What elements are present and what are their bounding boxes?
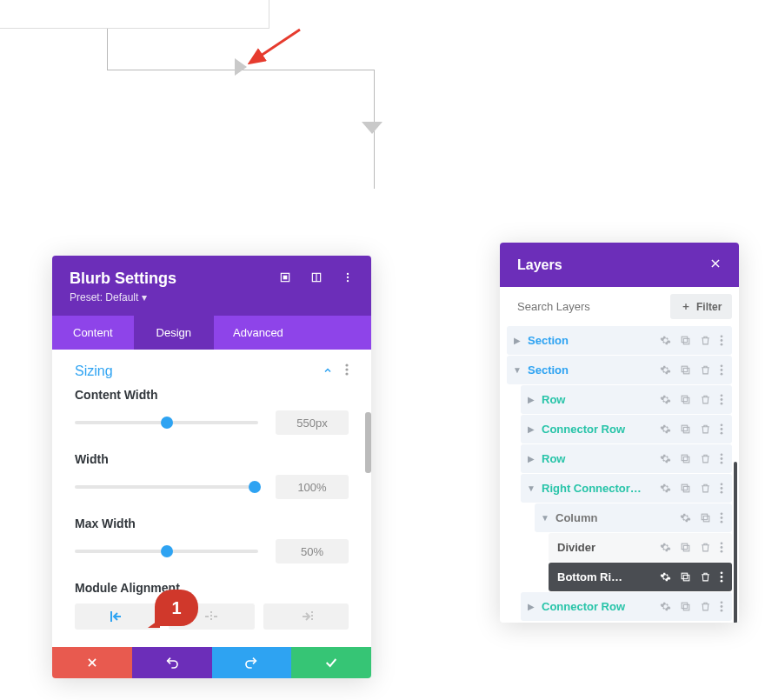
content-width-slider[interactable]	[75, 421, 258, 424]
max-width-slider[interactable]	[75, 550, 258, 553]
layer-row-mod[interactable]: Bottom Ri…	[549, 563, 732, 591]
layer-row-row[interactable]: ▶Row	[521, 385, 732, 414]
width-value[interactable]	[276, 475, 349, 499]
duplicate-icon[interactable]	[700, 512, 711, 523]
more-icon[interactable]	[720, 542, 723, 553]
layer-row-mod[interactable]: Divider	[549, 533, 732, 562]
gear-icon[interactable]	[660, 601, 671, 612]
scrollbar[interactable]	[734, 462, 737, 623]
annotation-badge-1: 1	[155, 590, 198, 626]
expand-icon[interactable]	[279, 271, 291, 287]
search-input[interactable]	[517, 300, 663, 313]
duplicate-icon[interactable]	[680, 483, 691, 494]
trash-icon[interactable]	[700, 364, 711, 376]
trash-icon[interactable]	[700, 453, 711, 464]
trash-icon[interactable]	[700, 483, 711, 494]
svg-point-20	[721, 335, 723, 337]
more-icon[interactable]	[720, 571, 723, 583]
trash-icon[interactable]	[700, 335, 711, 346]
gear-icon[interactable]	[660, 571, 671, 583]
more-icon[interactable]	[720, 483, 723, 494]
gear-icon[interactable]	[660, 483, 671, 494]
tab-design[interactable]: Design	[134, 316, 214, 350]
svg-point-62	[721, 580, 723, 583]
caret-icon[interactable]: ▶	[524, 424, 538, 434]
more-icon[interactable]	[720, 453, 723, 464]
caret-icon[interactable]: ▶	[524, 454, 538, 463]
caret-icon[interactable]: ▼	[538, 513, 552, 523]
svg-rect-33	[683, 427, 689, 433]
more-icon[interactable]	[720, 335, 723, 346]
more-icon[interactable]	[720, 394, 723, 405]
layer-row-row[interactable]: ▶Row	[521, 444, 732, 473]
duplicate-icon[interactable]	[680, 394, 691, 405]
settings-body: Sizing Content Width Width	[52, 350, 371, 647]
svg-rect-34	[682, 425, 688, 431]
svg-rect-29	[682, 396, 688, 402]
svg-point-56	[721, 546, 723, 549]
max-width-value[interactable]	[276, 539, 349, 563]
layer-row-section[interactable]: ▼Section	[507, 356, 732, 384]
caret-icon[interactable]: ▼	[510, 365, 524, 375]
caret-icon[interactable]: ▶	[524, 602, 538, 611]
gear-icon[interactable]	[660, 423, 671, 435]
gear-icon[interactable]	[660, 335, 671, 346]
layer-row-section[interactable]: ▶Section	[507, 326, 732, 355]
filter-button[interactable]: ＋ Filter	[670, 294, 732, 319]
svg-point-21	[721, 339, 723, 342]
more-icon[interactable]	[720, 512, 723, 523]
close-icon[interactable]	[709, 257, 722, 273]
duplicate-icon[interactable]	[680, 542, 691, 553]
redo-button[interactable]	[212, 647, 292, 678]
trash-icon[interactable]	[700, 571, 711, 583]
duplicate-icon[interactable]	[680, 364, 691, 376]
svg-rect-2	[283, 276, 287, 279]
duplicate-icon[interactable]	[680, 335, 691, 346]
snap-icon[interactable]	[310, 271, 323, 287]
gear-icon[interactable]	[660, 364, 671, 376]
gear-icon[interactable]	[680, 512, 691, 523]
caret-icon[interactable]: ▼	[524, 483, 538, 493]
undo-button[interactable]	[132, 647, 212, 678]
layer-row-col[interactable]: ▼Column	[535, 503, 732, 532]
svg-rect-28	[683, 397, 689, 403]
duplicate-icon[interactable]	[680, 571, 691, 583]
save-button[interactable]	[291, 647, 371, 678]
chevron-up-icon[interactable]	[323, 363, 333, 379]
svg-rect-38	[683, 457, 689, 463]
layer-row-row[interactable]: ▶Connector Row	[521, 592, 732, 621]
preset-dropdown[interactable]: Preset: Default ▾	[70, 291, 354, 303]
svg-point-10	[345, 372, 348, 375]
trash-icon[interactable]	[700, 542, 711, 553]
trash-icon[interactable]	[700, 601, 711, 612]
cancel-button[interactable]	[52, 647, 132, 678]
scrollbar[interactable]	[365, 412, 371, 473]
width-label: Width	[75, 452, 349, 466]
caret-icon[interactable]: ▶	[524, 395, 538, 404]
svg-point-61	[721, 576, 723, 578]
layer-row-row[interactable]: ▼Right Connector…	[521, 474, 732, 503]
more-icon[interactable]	[720, 364, 723, 376]
duplicate-icon[interactable]	[680, 423, 691, 435]
section-sizing-header[interactable]: Sizing	[75, 360, 349, 388]
gear-icon[interactable]	[660, 542, 671, 553]
width-slider[interactable]	[75, 485, 258, 489]
more-icon[interactable]	[720, 601, 723, 612]
layer-row-row[interactable]: ▶Connector Row	[521, 415, 732, 443]
caret-icon[interactable]: ▶	[510, 336, 524, 345]
content-width-label: Content Width	[75, 388, 349, 402]
align-right-button[interactable]	[263, 603, 349, 630]
content-width-value[interactable]	[276, 410, 349, 435]
duplicate-icon[interactable]	[680, 453, 691, 464]
more-icon[interactable]	[720, 423, 723, 435]
tab-content[interactable]: Content	[52, 316, 134, 350]
gear-icon[interactable]	[660, 453, 671, 464]
trash-icon[interactable]	[700, 423, 711, 435]
duplicate-icon[interactable]	[680, 601, 691, 612]
more-icon[interactable]	[345, 363, 349, 379]
svg-point-22	[721, 343, 723, 346]
more-icon[interactable]	[342, 271, 354, 287]
tab-advanced[interactable]: Advanced	[214, 316, 303, 350]
trash-icon[interactable]	[700, 394, 711, 405]
gear-icon[interactable]	[660, 394, 671, 405]
